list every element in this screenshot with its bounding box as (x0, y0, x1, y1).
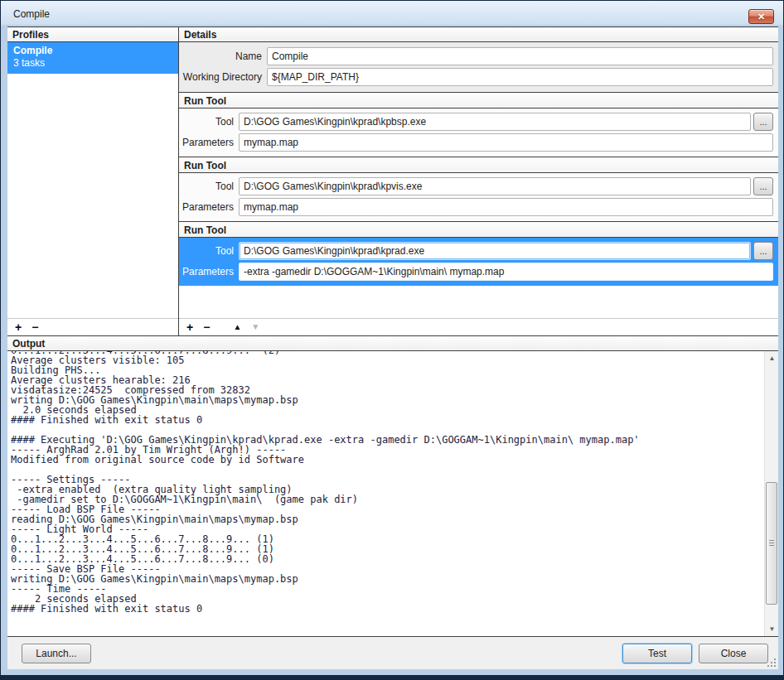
parameters-row: Parameters (179, 198, 773, 216)
parameters-row: Parameters (179, 133, 773, 152)
profiles-details-split: Profiles Compile 3 tasks + − Details (7, 27, 778, 335)
tool-label: Tool (179, 116, 239, 128)
name-field[interactable] (267, 47, 773, 65)
titlebar[interactable]: Compile ✕ (2, 2, 782, 27)
tool-path-field[interactable] (239, 177, 751, 195)
profile-name: Compile (13, 45, 178, 56)
profiles-panel: Profiles Compile 3 tasks + − (7, 27, 179, 335)
list-item[interactable]: Compile 3 tasks (7, 42, 178, 74)
working-directory-label: Working Directory (179, 71, 267, 83)
launch-button[interactable]: Launch... (22, 644, 91, 663)
tool-row: Tool ... (179, 177, 773, 195)
name-label: Name (179, 51, 267, 62)
output-scrollbar[interactable]: ▲ ▼ (764, 351, 778, 636)
scrollbar-thumb[interactable] (766, 482, 777, 605)
parameters-label: Parameters (179, 266, 239, 277)
output-header: Output (7, 335, 778, 351)
move-task-down-button[interactable]: ▼ (251, 321, 259, 334)
profiles-toolbar: + − (7, 318, 178, 335)
details-form: Name Working Directory (179, 42, 778, 92)
browse-tool-button[interactable]: ... (753, 177, 773, 195)
parameters-field[interactable] (239, 133, 773, 152)
resize-grip[interactable] (767, 658, 776, 667)
run-tool-form: Tool ... Parameters (179, 173, 778, 221)
output-console-area: 0...1...2...3...4...5...6...7...8...9...… (7, 351, 778, 637)
run-tool-section-2: Run Tool Tool ... Parameters (179, 157, 778, 221)
run-tool-section-1: Run Tool Tool ... Parameters (179, 92, 778, 157)
scrollbar-down-icon[interactable]: ▼ (765, 622, 778, 636)
dialog-button-bar: Launch... Test Close (7, 637, 778, 669)
parameters-label: Parameters (179, 201, 239, 213)
tool-row: Tool ... (179, 242, 773, 260)
output-console-text[interactable]: 0...1...2...3...4...5...6...7...8...9...… (11, 351, 762, 636)
parameters-row: Parameters (179, 263, 773, 281)
scrollbar-up-icon[interactable]: ▲ (765, 351, 778, 365)
browse-tool-button[interactable]: ... (753, 242, 773, 260)
window-bottom-edge (1, 675, 783, 679)
run-tool-form: Tool ... Parameters (179, 109, 778, 157)
add-task-button[interactable]: + (186, 321, 193, 334)
name-row: Name (179, 47, 773, 65)
compile-dialog-window: Compile ✕ Profiles Compile 3 tasks + − (0, 0, 784, 680)
tasks-toolbar: + − ▲ ▼ (179, 318, 778, 335)
details-panel: Details Name Working Directory Run Tool (179, 27, 778, 335)
move-task-up-button[interactable]: ▲ (233, 321, 241, 334)
close-icon[interactable]: ✕ (748, 9, 774, 24)
tool-path-field[interactable] (239, 113, 751, 131)
run-tool-header: Run Tool (179, 92, 778, 109)
profile-task-count: 3 tasks (13, 57, 178, 69)
tool-label: Tool (179, 245, 239, 257)
details-header: Details (179, 27, 778, 42)
dialog-client-area: Profiles Compile 3 tasks + − Details (7, 27, 778, 669)
tool-row: Tool ... (179, 113, 773, 131)
parameters-field[interactable] (239, 263, 773, 281)
run-tool-form: Tool ... Parameters (179, 238, 778, 286)
tool-path-field[interactable] (239, 242, 751, 260)
profile-list[interactable]: Compile 3 tasks (7, 42, 178, 318)
remove-task-button[interactable]: − (203, 321, 210, 334)
tool-label: Tool (179, 181, 239, 192)
browse-tool-button[interactable]: ... (753, 113, 773, 131)
close-button[interactable]: Close (699, 644, 768, 663)
run-tool-header: Run Tool (179, 157, 778, 173)
parameters-field[interactable] (239, 198, 773, 216)
add-profile-button[interactable]: + (15, 321, 22, 334)
test-button[interactable]: Test (622, 644, 692, 663)
run-tool-section-3-selected: Run Tool Tool ... Parameters (179, 221, 778, 286)
working-directory-row: Working Directory (179, 68, 773, 86)
window-title: Compile (13, 8, 50, 20)
working-directory-field[interactable] (267, 68, 773, 86)
parameters-label: Parameters (179, 137, 239, 148)
task-list-empty-area (179, 286, 778, 318)
remove-profile-button[interactable]: − (31, 321, 38, 334)
profiles-header: Profiles (7, 27, 178, 42)
run-tool-header: Run Tool (179, 221, 778, 238)
